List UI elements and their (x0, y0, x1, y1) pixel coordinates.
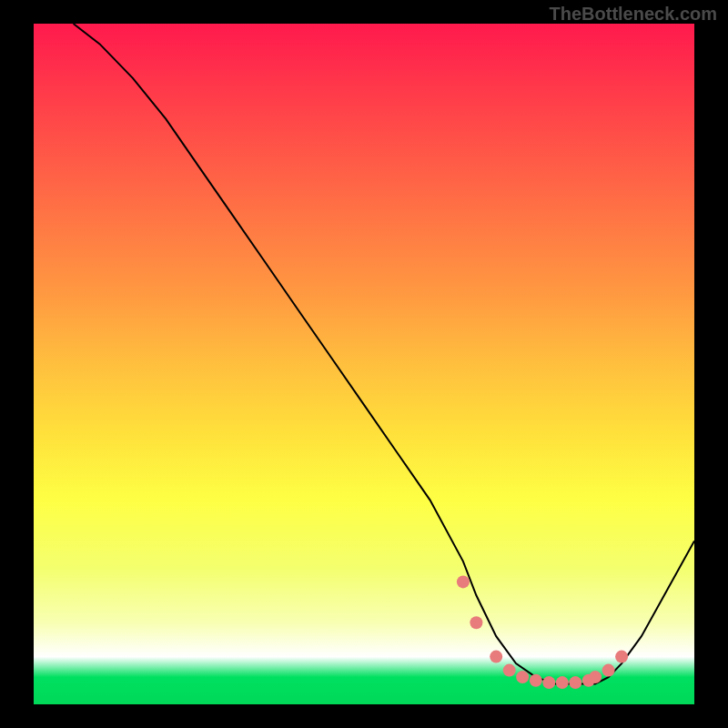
data-marker (556, 676, 569, 689)
data-marker (602, 664, 615, 677)
data-marker (615, 651, 628, 663)
data-marker (589, 671, 602, 683)
data-marker (490, 651, 502, 663)
data-marker (569, 676, 581, 689)
chart-plot-area (34, 24, 694, 704)
data-marker (542, 676, 555, 689)
data-marker (503, 664, 516, 677)
chart-svg (34, 24, 694, 704)
curve-line (74, 24, 694, 684)
marker-group (457, 575, 628, 689)
watermark-text: TheBottleneck.com (550, 4, 717, 25)
data-marker (457, 575, 470, 588)
data-marker (470, 616, 482, 629)
data-marker (516, 671, 529, 683)
data-marker (530, 674, 542, 687)
